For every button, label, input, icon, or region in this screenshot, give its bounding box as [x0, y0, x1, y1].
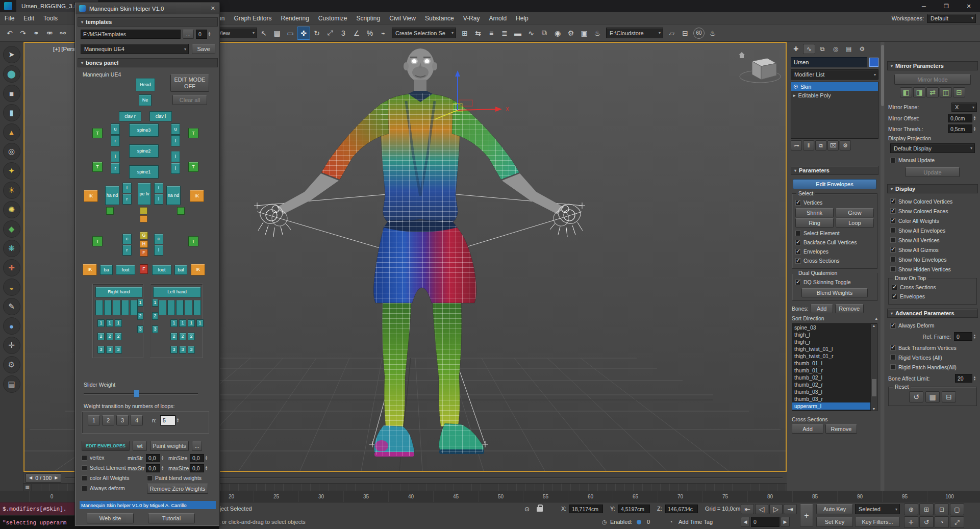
checkbox[interactable]: Show No Envelopes: [890, 255, 975, 264]
reference-coordinate-dropdown[interactable]: View: [214, 28, 257, 38]
auto-key-button[interactable]: Auto Key: [816, 504, 853, 514]
show-end-result-icon[interactable]: ‖: [803, 140, 814, 150]
schematic-view-icon[interactable]: ⧉: [538, 27, 551, 40]
go-to-start-icon[interactable]: ⇤: [741, 504, 754, 514]
modifier-stack-row[interactable]: ⦿ Skin: [791, 82, 878, 91]
bone-button-F[interactable]: F: [140, 249, 148, 257]
bone-button-T[interactable]: T: [188, 162, 198, 172]
bone-button-segment[interactable]: [159, 300, 166, 315]
render-production-icon[interactable]: ♨: [591, 27, 604, 40]
menu-item[interactable]: Help: [511, 12, 533, 24]
ribbon-burst-icon[interactable]: ✺: [3, 201, 20, 218]
save-template-button[interactable]: Save: [192, 44, 215, 54]
scroll-up-icon[interactable]: ▲: [872, 324, 876, 328]
bone-list-item[interactable]: thumb_02_l: [792, 374, 870, 381]
selection-lock-icon[interactable]: [537, 504, 543, 512]
select-and-move-icon[interactable]: ✜: [297, 27, 310, 40]
msh-dialog-titlebar[interactable]: Mannequin Skin Helper V1.0 ✕: [76, 3, 219, 14]
set-key-button[interactable]: Set Key: [816, 517, 853, 527]
bone-list-item[interactable]: thigh_twist_01_l: [792, 345, 870, 352]
bone-list-item[interactable]: upperarm_l: [792, 402, 870, 410]
current-frame-field[interactable]: 0: [751, 517, 780, 527]
angle-snap-icon[interactable]: ∠: [350, 27, 363, 40]
maximize-viewport-icon[interactable]: ⤢: [950, 516, 964, 528]
menu-item[interactable]: Edit: [19, 12, 39, 24]
mirror-parameters-rollout-header[interactable]: Mirror Parameters: [887, 61, 978, 70]
weight-slider-track[interactable]: [84, 393, 198, 395]
bone-button-1[interactable]: 1: [188, 319, 195, 327]
layer-manager-icon[interactable]: ≣: [498, 27, 511, 40]
bone-button-l[interactable]: l: [111, 151, 120, 162]
bone-list-item[interactable]: thumb_03_r: [792, 395, 870, 402]
sort-direction-arrow-icon[interactable]: ▴: [875, 316, 877, 321]
bone-button-clav-l[interactable]: clav l: [149, 111, 172, 121]
checkbox-vertices[interactable]: Vertices: [795, 198, 874, 207]
bone-button-1[interactable]: 1: [115, 319, 122, 327]
bone-button-l[interactable]: l: [154, 245, 163, 256]
bone-list-item[interactable]: thumb_01_l: [792, 360, 870, 367]
unlink-selection-icon[interactable]: ⚮: [43, 27, 56, 40]
mirror-icon[interactable]: ⇆: [471, 27, 485, 40]
mirror-paste-right-icon[interactable]: ◨: [913, 87, 925, 97]
ring-button[interactable]: Ring: [795, 218, 834, 228]
bone-list[interactable]: spine_03thigh_lthigh_rthigh_twist_01_lth…: [792, 323, 877, 411]
command-panel-scrollbar[interactable]: [881, 42, 885, 491]
edit-mode-button[interactable]: EDIT MODE OFF: [170, 74, 209, 92]
bone-button-F[interactable]: F: [140, 264, 148, 274]
scroll-down-icon[interactable]: ▼: [872, 407, 876, 411]
checkbox-manual-update[interactable]: Manual Update: [890, 156, 975, 165]
bone-button-3[interactable]: 3: [170, 346, 178, 354]
menu-item[interactable]: Civil View: [385, 12, 420, 24]
bones-panel-rollout-header[interactable]: bones panel: [78, 58, 218, 67]
shrink-button[interactable]: Shrink: [795, 208, 834, 217]
bone-list-item[interactable]: thumb_01_r: [792, 367, 870, 374]
zoom-all-icon[interactable]: ⊞: [919, 503, 934, 515]
bone-button-r[interactable]: r: [111, 163, 120, 174]
bone-list-item[interactable]: thumb_02_r: [792, 381, 870, 388]
undo-icon[interactable]: ↶: [3, 27, 16, 40]
ribbon-sun-icon[interactable]: ☀: [3, 182, 20, 199]
bone-button-segment[interactable]: [193, 300, 201, 315]
checkbox-dq-skinning[interactable]: DQ Skinning Toggle: [795, 278, 874, 287]
checkbox-vertex[interactable]: vertex: [82, 453, 105, 462]
bone-button-l[interactable]: l: [171, 163, 180, 174]
web-site-button[interactable]: Web site: [87, 513, 134, 523]
bone-button-foot[interactable]: foot: [116, 265, 135, 275]
bone-button-IK[interactable]: IK: [190, 190, 204, 202]
bone-list-scrollbar[interactable]: ▲ ▼: [870, 324, 877, 411]
enabled-indicator-dot[interactable]: [637, 520, 641, 524]
display-tab-icon[interactable]: ▤: [843, 44, 855, 54]
loop-count-button[interactable]: 1: [88, 415, 100, 425]
ribbon-layers-icon[interactable]: ▤: [3, 375, 20, 393]
bone-button-3[interactable]: 3: [106, 346, 113, 354]
bone-button-1[interactable]: 1: [170, 319, 178, 327]
max-str-field[interactable]: 0,0: [146, 464, 160, 472]
checkbox[interactable]: Envelopes: [795, 247, 874, 256]
n-loops-field[interactable]: 5: [160, 415, 175, 425]
render-frame-icon[interactable]: ▣: [577, 27, 591, 40]
reset-all-verts-icon[interactable]: ▦: [925, 391, 940, 402]
object-color-swatch[interactable]: [869, 58, 878, 67]
menu-item[interactable]: Scripting: [352, 12, 385, 24]
redo-icon[interactable]: ↷: [16, 27, 30, 40]
bone-button-3[interactable]: 3: [97, 346, 105, 354]
select-by-name-icon[interactable]: ▤: [270, 27, 284, 40]
utilities-tab-icon[interactable]: ⚙: [856, 44, 868, 54]
bone-list-item[interactable]: thumb_03_l: [792, 388, 870, 395]
checkbox[interactable]: Select Element: [795, 229, 874, 238]
bone-list-item[interactable]: thigh_r: [792, 338, 870, 345]
bone-button-3[interactable]: 3: [152, 325, 158, 333]
bone-button-T[interactable]: T: [188, 128, 198, 138]
bone-list-item[interactable]: thigh_twist_01_r: [792, 352, 870, 360]
bone-button-c[interactable]: c: [154, 234, 163, 244]
template-path-field[interactable]: E:/MSHTemplates: [81, 30, 181, 39]
checkbox[interactable]: Show Colored Vertices: [890, 196, 975, 206]
render-teapot-icon[interactable]: ♨: [706, 27, 719, 40]
bone-button-foot[interactable]: foot: [152, 265, 171, 275]
bone-button-segment[interactable]: [167, 300, 175, 315]
bone-button-t[interactable]: t: [122, 183, 132, 193]
bone-button-3[interactable]: 3: [179, 346, 186, 354]
msh-close-icon[interactable]: ✕: [211, 5, 215, 12]
loop-count-button[interactable]: 2: [102, 415, 114, 425]
loop-button[interactable]: Loop: [836, 218, 874, 228]
